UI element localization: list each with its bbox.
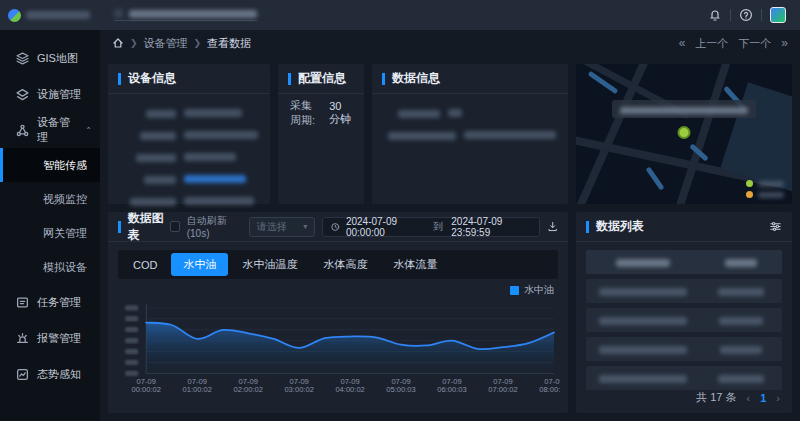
next-page-icon[interactable]: › <box>776 392 780 404</box>
sidebar-item-alarm-mgmt[interactable]: 报警管理 <box>0 320 100 356</box>
data-info-title: 数据信息 <box>382 70 440 87</box>
svg-text:07-0902:00:02: 07-0902:00:02 <box>233 378 262 393</box>
sidebar-item-video-monitor[interactable]: 视频监控 <box>0 182 100 216</box>
breadcrumb: ❯ 设备管理 ❯ 查看数据 <box>112 36 251 51</box>
map-tooltip <box>612 100 756 118</box>
sidebar-item-task-mgmt[interactable]: 任务管理 <box>0 284 100 320</box>
sidebar-item-label: GIS地图 <box>37 51 78 66</box>
legend-dot-orange <box>746 191 753 198</box>
table-row[interactable] <box>586 337 782 361</box>
sidebar-item-label: 任务管理 <box>37 295 81 310</box>
sidebar-item-label: 报警管理 <box>37 331 81 346</box>
tab-oil-temp[interactable]: 水中油温度 <box>230 253 309 276</box>
site-selector-icon <box>114 9 123 18</box>
page-number[interactable]: 1 <box>760 392 766 404</box>
redacted-col-header <box>616 259 670 267</box>
redacted-cell <box>718 288 764 296</box>
metric-select[interactable]: 请选择 ▾ <box>249 217 316 237</box>
sliders-icon[interactable] <box>769 220 782 233</box>
chart-legend: 水中油 <box>108 281 568 297</box>
sidebar-subitem-label: 智能传感 <box>43 158 87 173</box>
redacted-value <box>184 153 236 161</box>
redacted-cell <box>719 317 763 325</box>
redacted-value <box>184 131 258 139</box>
chevron-down-icon: ▾ <box>303 222 307 231</box>
app-logo <box>0 9 100 22</box>
device-info-row <box>120 146 258 168</box>
bell-icon[interactable] <box>708 8 722 22</box>
device-info-card: 设备信息 <box>108 64 270 204</box>
sidebar-item-gis-map[interactable]: GIS地图 <box>0 40 100 76</box>
sidebar-item-device-mgmt[interactable]: 设备管理 ⌃ <box>0 112 100 148</box>
breadcrumb-separator: ❯ <box>130 38 138 48</box>
sidebar-item-gateway-mgmt[interactable]: 网关管理 <box>0 216 100 250</box>
svg-text:07-0900:00:02: 07-0900:00:02 <box>132 378 161 393</box>
redacted-link-value[interactable] <box>184 175 246 183</box>
config-info-card: 配置信息 采集周期: 30分钟 <box>278 64 364 204</box>
svg-text:07-0907:00:02: 07-0907:00:02 <box>488 378 517 393</box>
tab-water-flow[interactable]: 水体流量 <box>381 253 449 276</box>
data-list-card: 数据列表 <box>576 212 792 413</box>
layers-icon <box>16 52 29 65</box>
redacted-cell <box>718 375 764 383</box>
map-legend <box>746 180 784 198</box>
redacted-value <box>448 109 462 117</box>
table-row[interactable] <box>586 279 782 303</box>
prev-item-button[interactable]: 上一个 <box>695 36 728 51</box>
redacted-label <box>144 176 176 184</box>
next-item-button[interactable]: 下一个 <box>738 36 771 51</box>
home-icon[interactable] <box>112 37 124 49</box>
map-road-highlight <box>645 166 664 190</box>
sidebar-item-label: 态势感知 <box>37 367 81 382</box>
date-start-value[interactable]: 2024-07-09 00:00:00 <box>346 216 425 238</box>
redacted-cell <box>599 288 687 296</box>
auto-refresh-checkbox[interactable] <box>170 221 180 232</box>
data-list-title: 数据列表 <box>586 218 644 235</box>
sidebar-item-facility-mgmt[interactable]: 设施管理 <box>0 76 100 112</box>
topbar <box>0 0 800 30</box>
date-range-picker[interactable]: 2024-07-09 00:00:00 到 2024-07-09 23:59:5… <box>322 217 539 237</box>
chart-svg: 07-0900:00:0207-0901:00:0207-0902:00:020… <box>116 299 560 407</box>
prev-page-icon[interactable]: ‹ <box>747 392 751 404</box>
download-icon[interactable] <box>547 220 558 233</box>
first-item-icon[interactable]: « <box>679 36 686 50</box>
svg-text:07-0906:00:03: 07-0906:00:03 <box>437 378 466 393</box>
metric-tabs: COD 水中油 水中油温度 水体高度 水体流量 <box>118 250 558 279</box>
device-nodes-icon <box>16 124 29 137</box>
map-marker-icon[interactable] <box>678 126 691 139</box>
sidebar-item-smart-sensor[interactable]: 智能传感 <box>0 148 100 182</box>
redacted-legend-label <box>758 192 784 198</box>
help-icon[interactable] <box>739 8 753 22</box>
svg-text:07-0908:00:02: 07-0908:00:02 <box>539 378 560 393</box>
auto-refresh-label: 自动刷新(10s) <box>187 214 242 239</box>
sidebar-item-situation-awareness[interactable]: 态势感知 <box>0 356 100 392</box>
table-row[interactable] <box>586 308 782 332</box>
device-info-title: 设备信息 <box>118 70 176 87</box>
tab-cod[interactable]: COD <box>121 255 169 275</box>
alarm-icon <box>16 332 29 345</box>
clock-icon <box>331 222 340 232</box>
svg-text:07-0904:00:02: 07-0904:00:02 <box>335 378 364 393</box>
svg-text:07-0903:00:02: 07-0903:00:02 <box>284 378 313 393</box>
date-end-value[interactable]: 2024-07-09 23:59:59 <box>451 216 530 238</box>
map-road <box>662 64 738 204</box>
breadcrumb-view-data: 查看数据 <box>207 36 251 51</box>
sidebar-item-simulated-device[interactable]: 模拟设备 <box>0 250 100 284</box>
redacted-col-header <box>725 259 757 267</box>
table-header-row <box>586 250 782 274</box>
redacted-legend-label <box>758 181 784 187</box>
svg-text:07-0905:00:03: 07-0905:00:03 <box>386 378 415 393</box>
map-panel[interactable] <box>576 64 792 204</box>
last-item-icon[interactable]: » <box>781 36 788 50</box>
device-info-row <box>120 168 258 190</box>
data-chart-card: 数据图表 自动刷新(10s) 请选择 ▾ 2024-07- <box>108 212 568 413</box>
line-chart[interactable]: 07-0900:00:0207-0901:00:0207-0902:00:020… <box>108 297 568 413</box>
breadcrumb-device-mgmt[interactable]: 设备管理 <box>144 36 188 51</box>
tab-oil-in-water[interactable]: 水中油 <box>171 253 228 276</box>
tab-water-height[interactable]: 水体高度 <box>311 253 379 276</box>
config-info-title: 配置信息 <box>288 70 346 87</box>
avatar[interactable] <box>770 7 786 23</box>
site-selector[interactable] <box>114 9 257 21</box>
redacted-label <box>398 110 440 118</box>
redacted-label <box>388 132 456 140</box>
